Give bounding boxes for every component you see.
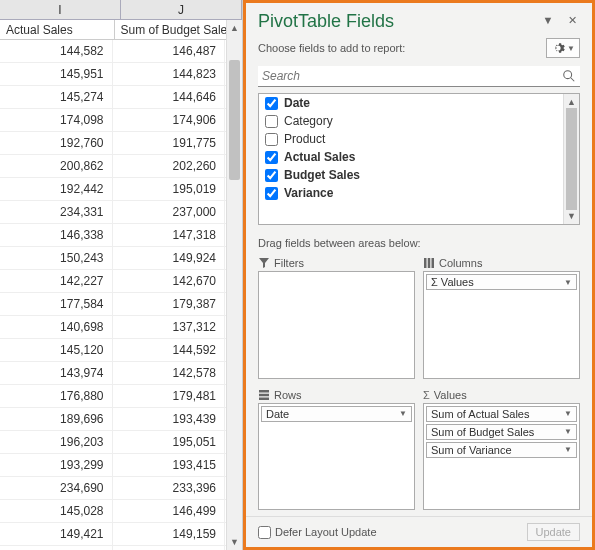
cell-actual[interactable]: 150,243: [0, 247, 113, 269]
pane-options-icon[interactable]: ▼: [540, 14, 556, 30]
svg-rect-6: [259, 393, 269, 396]
chevron-down-icon: ▼: [564, 278, 572, 287]
cell-actual[interactable]: 149,421: [0, 523, 113, 545]
field-label: Date: [284, 96, 310, 110]
cell-actual[interactable]: 144,813: [0, 546, 113, 550]
field-checkbox[interactable]: [265, 151, 278, 164]
scroll-down-icon[interactable]: ▼: [227, 534, 242, 550]
field-item-date[interactable]: Date: [259, 94, 579, 112]
cell-budget[interactable]: 142,578: [113, 362, 226, 384]
header-actual-sales[interactable]: Actual Sales: [0, 20, 115, 39]
filters-dropzone[interactable]: [258, 271, 415, 379]
header-budget-sales[interactable]: Sum of Budget Sales: [115, 20, 230, 39]
cell-actual[interactable]: 192,760: [0, 132, 113, 154]
field-item-category[interactable]: Category: [259, 112, 579, 130]
cell-actual[interactable]: 145,028: [0, 500, 113, 522]
tools-button[interactable]: ▼: [546, 38, 580, 58]
defer-label: Defer Layout Update: [275, 526, 377, 538]
cell-budget[interactable]: 144,646: [113, 86, 226, 108]
chevron-down-icon: ▼: [399, 409, 407, 418]
columns-dropzone[interactable]: Σ Values▼: [423, 271, 580, 379]
cell-actual[interactable]: 144,582: [0, 40, 113, 62]
cell-budget[interactable]: 149,159: [113, 523, 226, 545]
cell-actual[interactable]: 145,120: [0, 339, 113, 361]
cell-actual[interactable]: 193,299: [0, 454, 113, 476]
cell-actual[interactable]: 196,203: [0, 431, 113, 453]
cell-actual[interactable]: 142,227: [0, 270, 113, 292]
cell-budget[interactable]: 191,775: [113, 132, 226, 154]
cell-budget[interactable]: 174,906: [113, 109, 226, 131]
field-item-variance[interactable]: Variance: [259, 184, 579, 202]
cell-budget[interactable]: 146,499: [113, 500, 226, 522]
table-row: 150,243149,924: [0, 247, 242, 270]
cell-budget[interactable]: 149,924: [113, 247, 226, 269]
cell-actual[interactable]: 189,696: [0, 408, 113, 430]
col-letter-j[interactable]: J: [121, 0, 242, 19]
cell-budget[interactable]: 233,396: [113, 477, 226, 499]
cell-actual[interactable]: 234,331: [0, 201, 113, 223]
field-checkbox[interactable]: [265, 169, 278, 182]
search-field[interactable]: [258, 66, 580, 87]
cell-actual[interactable]: 145,951: [0, 63, 113, 85]
table-row: 142,227142,670: [0, 270, 242, 293]
scroll-up-icon[interactable]: ▲: [227, 20, 242, 36]
cell-budget[interactable]: 193,415: [113, 454, 226, 476]
cell-actual[interactable]: 146,338: [0, 224, 113, 246]
field-checkbox[interactable]: [265, 97, 278, 110]
cell-budget[interactable]: 202,260: [113, 155, 226, 177]
cell-budget[interactable]: 142,670: [113, 270, 226, 292]
field-checkbox[interactable]: [265, 187, 278, 200]
svg-rect-3: [428, 258, 431, 268]
cell-actual[interactable]: 177,584: [0, 293, 113, 315]
cell-budget[interactable]: 237,000: [113, 201, 226, 223]
cell-budget[interactable]: 144,823: [113, 63, 226, 85]
cell-actual[interactable]: 174,098: [0, 109, 113, 131]
search-input[interactable]: [258, 66, 580, 86]
fields-scrollbar[interactable]: ▲ ▼: [563, 94, 579, 224]
values-chip[interactable]: Sum of Variance▼: [426, 442, 577, 458]
vertical-scrollbar[interactable]: ▲ ▼: [226, 20, 242, 550]
field-checkbox[interactable]: [265, 133, 278, 146]
cell-budget[interactable]: 193,439: [113, 408, 226, 430]
defer-checkbox-input[interactable]: [258, 526, 271, 539]
table-row: 192,760191,775: [0, 132, 242, 155]
scroll-thumb[interactable]: [229, 60, 240, 180]
cell-budget[interactable]: 195,019: [113, 178, 226, 200]
rows-chip[interactable]: Date▼: [261, 406, 412, 422]
cell-budget[interactable]: 179,387: [113, 293, 226, 315]
field-item-actual-sales[interactable]: Actual Sales: [259, 148, 579, 166]
values-chip[interactable]: Sum of Budget Sales▼: [426, 424, 577, 440]
table-row: 145,951144,823: [0, 63, 242, 86]
cell-budget[interactable]: 146,487: [113, 40, 226, 62]
cell-actual[interactable]: 200,862: [0, 155, 113, 177]
field-checkbox[interactable]: [265, 115, 278, 128]
defer-layout-checkbox[interactable]: Defer Layout Update: [258, 526, 527, 539]
update-button[interactable]: Update: [527, 523, 580, 541]
cell-budget[interactable]: 179,481: [113, 385, 226, 407]
drop-areas: Filters Columns Σ Values▼ Rows Date▼ Σ V…: [258, 255, 580, 510]
cell-actual[interactable]: 234,690: [0, 477, 113, 499]
cell-budget[interactable]: 147,318: [113, 224, 226, 246]
cell-actual[interactable]: 192,442: [0, 178, 113, 200]
table-row: 196,203195,051: [0, 431, 242, 454]
field-label: Category: [284, 114, 333, 128]
field-item-budget-sales[interactable]: Budget Sales: [259, 166, 579, 184]
filters-label: Filters: [274, 257, 304, 269]
cell-budget[interactable]: 137,312: [113, 316, 226, 338]
scroll-down-icon[interactable]: ▼: [564, 208, 579, 224]
values-dropzone[interactable]: Sum of Actual Sales▼Sum of Budget Sales▼…: [423, 403, 580, 511]
cell-budget[interactable]: 195,051: [113, 431, 226, 453]
cell-actual[interactable]: 145,274: [0, 86, 113, 108]
rows-dropzone[interactable]: Date▼: [258, 403, 415, 511]
cell-actual[interactable]: 143,974: [0, 362, 113, 384]
field-item-product[interactable]: Product: [259, 130, 579, 148]
values-chip[interactable]: Sum of Actual Sales▼: [426, 406, 577, 422]
close-icon[interactable]: ✕: [564, 14, 580, 30]
col-letter-i[interactable]: I: [0, 0, 121, 19]
columns-chip[interactable]: Σ Values▼: [426, 274, 577, 290]
cell-budget[interactable]: 145,634: [113, 546, 226, 550]
scroll-thumb[interactable]: [566, 108, 577, 210]
cell-actual[interactable]: 176,880: [0, 385, 113, 407]
cell-budget[interactable]: 144,592: [113, 339, 226, 361]
cell-actual[interactable]: 140,698: [0, 316, 113, 338]
